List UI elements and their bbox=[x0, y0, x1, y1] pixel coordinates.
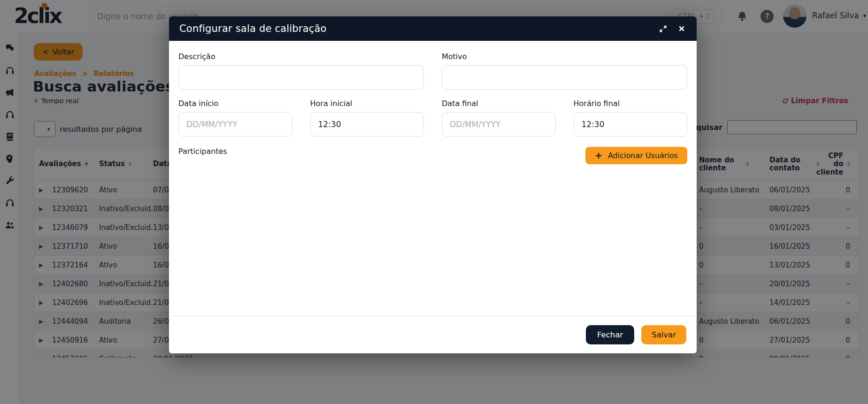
horario-final-label: Horário final bbox=[574, 99, 688, 108]
hora-inicial-label: Hora inicial bbox=[310, 99, 424, 108]
motivo-label: Motivo bbox=[442, 52, 687, 61]
calibration-modal: Configurar sala de calibração Descrição … bbox=[169, 16, 697, 353]
add-users-button[interactable]: + Adicionar Usuários bbox=[585, 147, 687, 164]
save-button[interactable]: Salvar bbox=[641, 325, 686, 344]
participantes-label: Participantes bbox=[178, 147, 227, 156]
add-users-label: Adicionar Usuários bbox=[608, 151, 678, 160]
modal-body: Descrição Motivo Data início Hora inicia… bbox=[169, 41, 697, 316]
data-inicio-label: Data início bbox=[178, 99, 292, 108]
expand-modal-icon[interactable] bbox=[658, 24, 668, 33]
modal-title: Configurar sala de calibração bbox=[179, 23, 649, 34]
hora-inicial-field[interactable] bbox=[310, 112, 424, 137]
motivo-field[interactable] bbox=[442, 65, 687, 90]
horario-final-field[interactable] bbox=[574, 112, 688, 137]
modal-header: Configurar sala de calibração bbox=[169, 16, 697, 41]
descricao-label: Descrição bbox=[178, 52, 424, 61]
descricao-field[interactable] bbox=[178, 65, 424, 90]
data-final-label: Data final bbox=[442, 99, 556, 108]
data-final-field[interactable] bbox=[442, 112, 556, 137]
close-button[interactable]: Fechar bbox=[586, 325, 634, 344]
close-modal-icon[interactable] bbox=[677, 24, 686, 33]
data-inicio-field[interactable] bbox=[178, 112, 292, 137]
modal-footer: Fechar Salvar bbox=[169, 316, 697, 353]
plus-icon: + bbox=[595, 151, 602, 160]
participants-area bbox=[178, 164, 687, 316]
